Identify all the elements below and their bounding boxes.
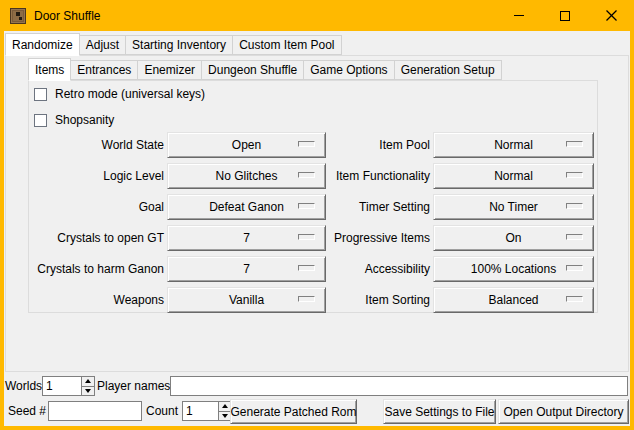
dropdown-indicator-icon xyxy=(566,234,583,240)
dropdown-value: 7 xyxy=(243,257,250,281)
dropdown-item-pool[interactable]: Normal xyxy=(433,132,594,158)
dropdown-value: Normal xyxy=(494,164,533,188)
checkbox-label: Retro mode (universal keys) xyxy=(55,87,205,101)
tab-dungeon-shuffle[interactable]: Dungeon Shuffle xyxy=(201,60,304,80)
checkbox-retro-mode[interactable]: Retro mode (universal keys) xyxy=(34,85,205,103)
tab-custom-item-pool[interactable]: Custom Item Pool xyxy=(232,35,341,55)
label-item-sorting: Item Sorting xyxy=(269,287,430,313)
worlds-spin-down-button[interactable] xyxy=(82,386,94,396)
minimize-button[interactable] xyxy=(496,0,542,31)
count-spinner[interactable] xyxy=(182,401,232,421)
window: Door Shuffle Randomize Adjust Starting I… xyxy=(0,0,634,430)
label-item-functionality: Item Functionality xyxy=(269,163,430,189)
open-output-directory-button[interactable]: Open Output Directory xyxy=(498,399,629,424)
tab-randomize[interactable]: Randomize xyxy=(5,33,80,56)
close-button[interactable] xyxy=(588,0,634,31)
dropdown-timer-setting[interactable]: No Timer xyxy=(433,194,594,220)
label-accessibility: Accessibility xyxy=(269,256,430,282)
spinner-buttons xyxy=(81,377,94,395)
worlds-spinner[interactable] xyxy=(42,376,95,396)
dropdown-accessibility[interactable]: 100% Locations xyxy=(433,256,594,282)
window-title: Door Shuffle xyxy=(34,9,101,23)
label-weapons: Weapons xyxy=(29,287,164,313)
label-logic-level: Logic Level xyxy=(29,163,164,189)
dropdown-indicator-icon xyxy=(566,203,583,209)
maximize-button[interactable] xyxy=(542,0,588,31)
dropdown-value: Normal xyxy=(494,133,533,157)
count-label: Count xyxy=(146,400,178,422)
tab-enemizer[interactable]: Enemizer xyxy=(137,60,202,80)
dropdown-item-functionality[interactable]: Normal xyxy=(433,163,594,189)
label-crystals-gt: Crystals to open GT xyxy=(29,225,164,251)
maximize-icon xyxy=(560,11,570,21)
minimize-icon xyxy=(514,15,524,16)
dropdown-indicator-icon xyxy=(566,265,583,271)
label-goal: Goal xyxy=(29,194,164,220)
down-arrow-icon xyxy=(222,414,228,418)
dropdown-value: Vanilla xyxy=(229,288,264,312)
seed-label: Seed # xyxy=(8,400,46,422)
generate-patched-rom-button[interactable]: Generate Patched Rom xyxy=(230,399,357,424)
label-world-state: World State xyxy=(29,132,164,158)
label-progressive-items: Progressive Items xyxy=(269,225,430,251)
client-area: Randomize Adjust Starting Inventory Cust… xyxy=(4,31,630,426)
dropdown-progressive-items[interactable]: On xyxy=(433,225,594,251)
checkbox-icon xyxy=(34,114,47,127)
sub-tabstrip: Items Entrances Enemizer Dungeon Shuffle… xyxy=(28,58,502,80)
label-crystals-ganon: Crystals to harm Ganon xyxy=(29,256,164,282)
up-arrow-icon xyxy=(222,404,228,408)
window-controls xyxy=(496,0,634,31)
worlds-spin-up-button[interactable] xyxy=(82,377,94,386)
dropdown-value: Balanced xyxy=(488,288,538,312)
dropdown-indicator-icon xyxy=(566,141,583,147)
count-input[interactable] xyxy=(183,402,218,420)
player-names-input[interactable] xyxy=(170,376,628,396)
dropdown-item-sorting[interactable]: Balanced xyxy=(433,287,594,313)
tab-game-options[interactable]: Game Options xyxy=(303,60,394,80)
label-item-pool: Item Pool xyxy=(269,132,430,158)
tab-items[interactable]: Items xyxy=(28,58,71,81)
checkbox-shopsanity[interactable]: Shopsanity xyxy=(34,111,114,129)
app-icon xyxy=(10,8,26,24)
dropdown-value: 7 xyxy=(243,226,250,250)
dropdown-value: No Timer xyxy=(489,195,538,219)
worlds-input[interactable] xyxy=(43,377,81,395)
save-settings-button[interactable]: Save Settings to File xyxy=(383,399,496,424)
label-timer-setting: Timer Setting xyxy=(269,194,430,220)
seed-input[interactable] xyxy=(48,401,142,421)
tab-entrances[interactable]: Entrances xyxy=(70,60,138,80)
close-icon xyxy=(606,10,617,21)
dropdown-value: 100% Locations xyxy=(471,257,556,281)
dropdown-indicator-icon xyxy=(566,296,583,302)
items-pane: Retro mode (universal keys) Shopsanity W… xyxy=(28,80,598,313)
dropdown-value: On xyxy=(505,226,521,250)
checkbox-label: Shopsanity xyxy=(55,113,114,127)
down-arrow-icon xyxy=(85,389,91,393)
worlds-label: Worlds xyxy=(5,375,42,397)
dropdown-value: Open xyxy=(232,133,261,157)
titlebar[interactable]: Door Shuffle xyxy=(0,0,634,31)
tab-generation-setup[interactable]: Generation Setup xyxy=(394,60,502,80)
tab-adjust[interactable]: Adjust xyxy=(79,35,126,55)
tab-starting-inventory[interactable]: Starting Inventory xyxy=(125,35,233,55)
up-arrow-icon xyxy=(85,379,91,383)
player-names-label: Player names xyxy=(97,375,170,397)
dropdown-indicator-icon xyxy=(566,172,583,178)
main-tabstrip: Randomize Adjust Starting Inventory Cust… xyxy=(5,33,342,55)
checkbox-icon xyxy=(34,88,47,101)
